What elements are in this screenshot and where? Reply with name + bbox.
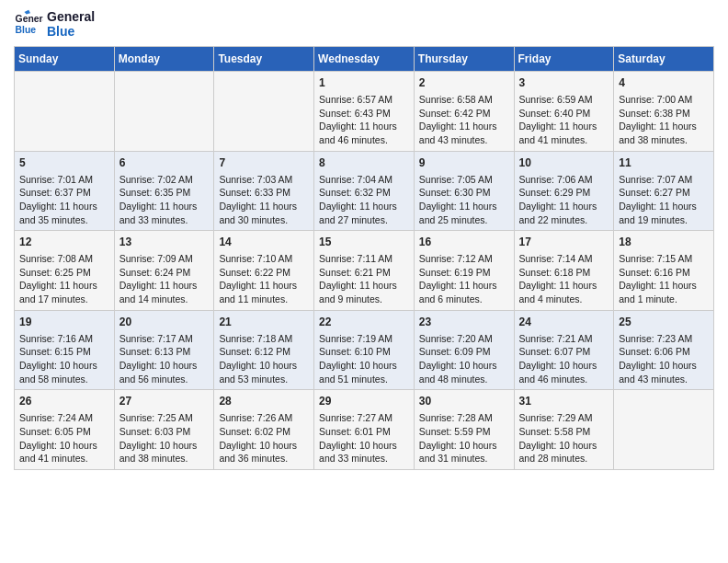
weekday-header-monday: Monday: [114, 47, 214, 72]
calendar-week-4: 19Sunrise: 7:16 AM Sunset: 6:15 PM Dayli…: [15, 310, 714, 390]
calendar-cell: [214, 72, 314, 152]
day-number: 25: [619, 315, 709, 330]
day-number: 10: [519, 155, 609, 171]
calendar-cell: 7Sunrise: 7:03 AM Sunset: 6:33 PM Daylig…: [214, 151, 314, 231]
calendar-cell: 28Sunrise: 7:26 AM Sunset: 6:02 PM Dayli…: [214, 390, 314, 470]
day-info: Sunrise: 7:05 AM Sunset: 6:30 PM Dayligh…: [419, 173, 509, 227]
calendar-cell: 24Sunrise: 7:21 AM Sunset: 6:07 PM Dayli…: [514, 310, 614, 390]
svg-text:Blue: Blue: [16, 25, 37, 35]
calendar-cell: 4Sunrise: 7:00 AM Sunset: 6:38 PM Daylig…: [614, 72, 714, 152]
day-number: 31: [519, 394, 609, 409]
day-number: 30: [419, 394, 509, 409]
day-info: Sunrise: 7:20 AM Sunset: 6:09 PM Dayligh…: [419, 332, 509, 386]
calendar-cell: 5Sunrise: 7:01 AM Sunset: 6:37 PM Daylig…: [15, 151, 115, 231]
calendar-week-1: 1Sunrise: 6:57 AM Sunset: 6:43 PM Daylig…: [15, 72, 714, 152]
calendar-cell: 14Sunrise: 7:10 AM Sunset: 6:22 PM Dayli…: [214, 231, 314, 311]
calendar-cell: 2Sunrise: 6:58 AM Sunset: 6:42 PM Daylig…: [414, 72, 514, 152]
calendar-cell: 26Sunrise: 7:24 AM Sunset: 6:05 PM Dayli…: [15, 390, 115, 470]
logo-icon: General Blue: [14, 9, 43, 39]
weekday-row: SundayMondayTuesdayWednesdayThursdayFrid…: [15, 47, 714, 72]
calendar-cell: 31Sunrise: 7:29 AM Sunset: 5:58 PM Dayli…: [514, 390, 614, 470]
day-info: Sunrise: 7:06 AM Sunset: 6:29 PM Dayligh…: [519, 173, 609, 227]
calendar-cell: 18Sunrise: 7:15 AM Sunset: 6:16 PM Dayli…: [614, 231, 714, 311]
day-number: 26: [19, 394, 109, 409]
day-info: Sunrise: 7:01 AM Sunset: 6:37 PM Dayligh…: [19, 173, 109, 227]
calendar-cell: 8Sunrise: 7:04 AM Sunset: 6:32 PM Daylig…: [314, 151, 415, 231]
day-info: Sunrise: 7:18 AM Sunset: 6:12 PM Dayligh…: [219, 332, 309, 386]
weekday-header-wednesday: Wednesday: [314, 47, 415, 72]
day-number: 20: [119, 315, 210, 330]
calendar-cell: [614, 390, 714, 470]
day-number: 1: [319, 75, 409, 91]
day-info: Sunrise: 7:02 AM Sunset: 6:35 PM Dayligh…: [119, 173, 210, 227]
calendar-cell: 27Sunrise: 7:25 AM Sunset: 6:03 PM Dayli…: [114, 390, 214, 470]
day-number: 2: [419, 75, 509, 91]
day-info: Sunrise: 7:07 AM Sunset: 6:27 PM Dayligh…: [619, 173, 709, 227]
day-info: Sunrise: 7:23 AM Sunset: 6:06 PM Dayligh…: [619, 332, 709, 386]
day-info: Sunrise: 7:04 AM Sunset: 6:32 PM Dayligh…: [319, 173, 409, 227]
calendar-cell: 21Sunrise: 7:18 AM Sunset: 6:12 PM Dayli…: [214, 310, 314, 390]
day-number: 4: [619, 75, 709, 91]
calendar-cell: 3Sunrise: 6:59 AM Sunset: 6:40 PM Daylig…: [514, 72, 614, 152]
day-number: 3: [519, 75, 609, 91]
day-info: Sunrise: 7:03 AM Sunset: 6:33 PM Dayligh…: [219, 173, 309, 227]
calendar-cell: 25Sunrise: 7:23 AM Sunset: 6:06 PM Dayli…: [614, 310, 714, 390]
weekday-header-tuesday: Tuesday: [214, 47, 314, 72]
calendar-cell: 15Sunrise: 7:11 AM Sunset: 6:21 PM Dayli…: [314, 231, 415, 311]
day-number: 19: [19, 315, 109, 330]
calendar-cell: 13Sunrise: 7:09 AM Sunset: 6:24 PM Dayli…: [114, 231, 214, 311]
day-number: 8: [319, 155, 409, 171]
day-info: Sunrise: 6:57 AM Sunset: 6:43 PM Dayligh…: [319, 93, 409, 147]
day-info: Sunrise: 7:12 AM Sunset: 6:19 PM Dayligh…: [419, 252, 509, 306]
weekday-header-thursday: Thursday: [414, 47, 514, 72]
calendar-cell: 30Sunrise: 7:28 AM Sunset: 5:59 PM Dayli…: [414, 390, 514, 470]
day-number: 9: [419, 155, 509, 171]
weekday-header-sunday: Sunday: [15, 47, 115, 72]
day-info: Sunrise: 7:10 AM Sunset: 6:22 PM Dayligh…: [219, 252, 309, 306]
day-info: Sunrise: 7:29 AM Sunset: 5:58 PM Dayligh…: [519, 411, 609, 465]
day-number: 15: [319, 235, 409, 250]
day-info: Sunrise: 7:15 AM Sunset: 6:16 PM Dayligh…: [619, 252, 709, 306]
day-info: Sunrise: 7:24 AM Sunset: 6:05 PM Dayligh…: [19, 411, 109, 465]
day-number: 27: [119, 394, 210, 409]
day-number: 22: [319, 315, 409, 330]
day-number: 17: [519, 235, 609, 250]
day-info: Sunrise: 6:58 AM Sunset: 6:42 PM Dayligh…: [419, 93, 509, 147]
weekday-header-saturday: Saturday: [614, 47, 714, 72]
day-info: Sunrise: 7:19 AM Sunset: 6:10 PM Dayligh…: [319, 332, 409, 386]
day-info: Sunrise: 6:59 AM Sunset: 6:40 PM Dayligh…: [519, 93, 609, 147]
day-number: 5: [19, 155, 109, 171]
day-number: 13: [119, 235, 210, 250]
day-number: 23: [419, 315, 509, 330]
calendar-week-2: 5Sunrise: 7:01 AM Sunset: 6:37 PM Daylig…: [15, 151, 714, 231]
day-info: Sunrise: 7:14 AM Sunset: 6:18 PM Dayligh…: [519, 252, 609, 306]
logo-general: General: [47, 9, 95, 24]
calendar-table: SundayMondayTuesdayWednesdayThursdayFrid…: [14, 46, 714, 470]
calendar-cell: 29Sunrise: 7:27 AM Sunset: 6:01 PM Dayli…: [314, 390, 415, 470]
calendar-cell: 1Sunrise: 6:57 AM Sunset: 6:43 PM Daylig…: [314, 72, 415, 152]
weekday-header-friday: Friday: [514, 47, 614, 72]
day-info: Sunrise: 7:26 AM Sunset: 6:02 PM Dayligh…: [219, 411, 309, 465]
day-info: Sunrise: 7:09 AM Sunset: 6:24 PM Dayligh…: [119, 252, 210, 306]
logo: General Blue General Blue: [14, 9, 95, 39]
calendar-cell: 9Sunrise: 7:05 AM Sunset: 6:30 PM Daylig…: [414, 151, 514, 231]
day-number: 29: [319, 394, 409, 409]
day-info: Sunrise: 7:08 AM Sunset: 6:25 PM Dayligh…: [19, 252, 109, 306]
day-number: 14: [219, 235, 309, 250]
day-info: Sunrise: 7:11 AM Sunset: 6:21 PM Dayligh…: [319, 252, 409, 306]
day-number: 18: [619, 235, 709, 250]
calendar-cell: 22Sunrise: 7:19 AM Sunset: 6:10 PM Dayli…: [314, 310, 415, 390]
calendar-week-5: 26Sunrise: 7:24 AM Sunset: 6:05 PM Dayli…: [15, 390, 714, 470]
day-number: 11: [619, 155, 709, 171]
calendar-cell: 11Sunrise: 7:07 AM Sunset: 6:27 PM Dayli…: [614, 151, 714, 231]
calendar-cell: 17Sunrise: 7:14 AM Sunset: 6:18 PM Dayli…: [514, 231, 614, 311]
day-number: 28: [219, 394, 309, 409]
calendar-header: SundayMondayTuesdayWednesdayThursdayFrid…: [15, 47, 714, 72]
day-number: 16: [419, 235, 509, 250]
day-info: Sunrise: 7:28 AM Sunset: 5:59 PM Dayligh…: [419, 411, 509, 465]
day-number: 7: [219, 155, 309, 171]
calendar-cell: 16Sunrise: 7:12 AM Sunset: 6:19 PM Dayli…: [414, 231, 514, 311]
calendar-cell: 6Sunrise: 7:02 AM Sunset: 6:35 PM Daylig…: [114, 151, 214, 231]
calendar-body: 1Sunrise: 6:57 AM Sunset: 6:43 PM Daylig…: [15, 72, 714, 470]
calendar-cell: [15, 72, 115, 152]
